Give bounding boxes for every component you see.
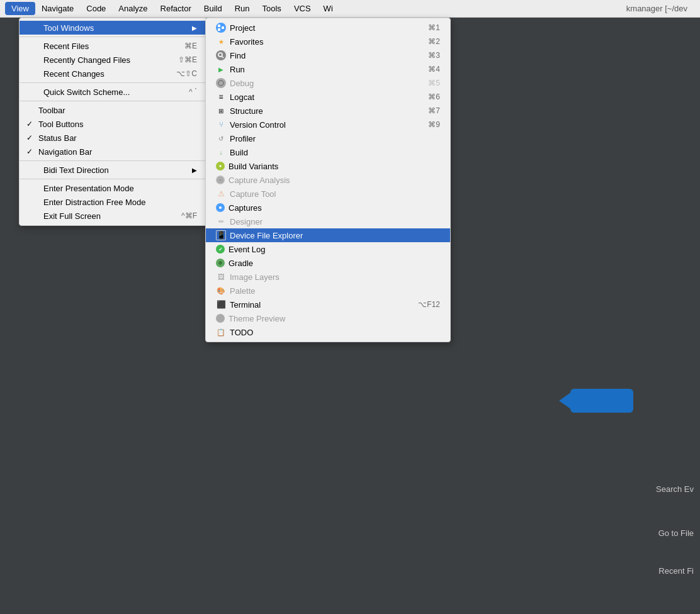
menu-item-structure[interactable]: ⊞ Structure ⌘7 [206,104,450,118]
capture-analysis-icon [216,176,225,184]
svg-point-5 [218,81,223,86]
menu-item-logcat[interactable]: ≡ Logcat ⌘6 [206,90,450,104]
ide-title: kmanager [~/dev [339,4,695,13]
profiler-icon: ↺ [216,133,226,143]
bidi-arrow: ▶ [192,167,197,174]
arrow-indicator [570,389,633,413]
svg-rect-1 [218,28,220,31]
submenu-arrow: ▶ [192,25,197,31]
run-icon: ▶ [216,64,226,74]
menu-item-gradle[interactable]: Gradle [206,256,450,270]
build-variants-icon [216,162,225,170]
separator-2 [20,82,207,83]
device-file-explorer-icon: 📱 [216,230,226,240]
menu-item-designer[interactable]: ✏ Designer [206,215,450,228]
menu-item-device-file-explorer[interactable]: 📱 Device File Explorer [206,228,450,242]
svg-point-14 [218,316,223,321]
designer-icon: ✏ [216,216,226,226]
menu-item-exit-fullscreen[interactable]: Exit Full Screen ^⌘F [20,209,207,223]
theme-preview-icon [216,314,225,323]
palette-icon: 🎨 [216,286,226,296]
separator-4 [20,160,207,161]
menubar-navigate[interactable]: Navigate [35,2,80,15]
menu-item-tool-windows-label: Tool Windows [43,23,94,33]
menu-item-terminal[interactable]: ⬛ Terminal ⌥F12 [206,298,450,311]
gradle-icon [216,259,225,267]
menu-item-debug[interactable]: Debug ⌘5 [206,76,450,90]
menubar-tools[interactable]: Tools [256,2,288,15]
svg-line-4 [222,57,224,59]
menu-item-tool-windows[interactable]: Tool Windows ▶ [20,21,207,35]
favorites-icon: ★ [216,36,226,47]
menubar-code[interactable]: Code [80,2,112,15]
menu-item-build[interactable]: ↓ Build [206,145,450,159]
separator-1 [20,36,207,37]
terminal-icon: ⬛ [216,299,226,310]
menu-item-project[interactable]: Project ⌘1 [206,21,450,35]
menu-item-navigation-bar[interactable]: ✓ Navigation Bar [20,145,207,159]
debug-icon [216,78,226,88]
view-menu-dropdown: Tool Windows ▶ Recent Files ⌘E Recently … [19,18,208,226]
vcs-icon: ⑂ [216,120,226,130]
menubar-analyze[interactable]: Analyze [112,2,154,15]
separator-5 [20,179,207,179]
logcat-icon: ≡ [216,92,226,102]
menu-item-favorites[interactable]: ★ Favorites ⌘2 [206,35,450,48]
capture-tool-icon: ⚠ [216,189,226,199]
menu-item-event-log[interactable]: ✓ Event Log [206,242,450,256]
menubar-run[interactable]: Run [229,2,256,15]
build-icon: ↓ [216,147,226,157]
event-log-icon: ✓ [216,245,225,254]
menu-item-capture-analysis[interactable]: Capture Analysis [206,173,450,187]
svg-text:✓: ✓ [218,247,223,252]
svg-rect-0 [218,25,220,27]
separator-3 [20,101,207,101]
project-icon [216,23,226,33]
find-icon [216,50,226,60]
menubar-vcs[interactable]: VCS [288,2,317,15]
menu-item-presentation-mode[interactable]: Enter Presentation Mode [20,181,207,195]
menu-item-todo[interactable]: 📋 TODO [206,325,450,339]
ide-hint-goto: Go to File [658,528,694,538]
menu-item-quick-switch[interactable]: Quick Switch Scheme... ^ ` [20,85,207,99]
menu-item-run[interactable]: ▶ Run ⌘4 [206,62,450,76]
menubar: View Navigate Code Analyze Refactor Buil… [0,0,700,18]
svg-point-10 [219,206,222,209]
menu-item-captures[interactable]: Captures [206,201,450,215]
menu-item-distraction-free[interactable]: Enter Distraction Free Mode [20,195,207,209]
structure-icon: ⊞ [216,106,226,116]
menu-item-bidi-text[interactable]: Bidi Text Direction ▶ [20,163,207,177]
menu-item-palette[interactable]: 🎨 Palette [206,284,450,298]
menu-item-status-bar[interactable]: ✓ Status Bar [20,131,207,145]
ide-hint-search: Search Ev [656,484,694,494]
menu-item-capture-tool[interactable]: ⚠ Capture Tool [206,187,450,201]
image-layers-icon: 🖼 [216,272,226,282]
svg-rect-2 [222,26,224,29]
menubar-build[interactable]: Build [198,2,229,15]
menubar-refactor[interactable]: Refactor [154,2,198,15]
menu-item-recent-changes[interactable]: Recent Changes ⌥⇧C [20,67,207,81]
menu-item-profiler[interactable]: ↺ Profiler [206,131,450,145]
menu-item-find[interactable]: Find ⌘3 [206,48,450,62]
menu-item-theme-preview[interactable]: Theme Preview [206,311,450,325]
menu-item-recently-changed[interactable]: Recently Changed Files ⇧⌘E [20,53,207,67]
toolwindows-submenu: Project ⌘1 ★ Favorites ⌘2 Find ⌘3 ▶ Run … [205,18,451,342]
svg-point-8 [219,179,222,181]
menu-item-toolbar[interactable]: Toolbar [20,103,207,117]
ide-hint-recent: Recent Fi [658,566,694,576]
menu-item-image-layers[interactable]: 🖼 Image Layers [206,270,450,284]
menu-item-version-control[interactable]: ⑂ Version Control ⌘9 [206,118,450,131]
todo-icon: 📋 [216,327,226,337]
menu-item-recent-files[interactable]: Recent Files ⌘E [20,39,207,53]
menu-item-build-variants[interactable]: Build Variants [206,159,450,173]
svg-point-3 [218,53,222,57]
menubar-wi[interactable]: Wi [317,2,339,15]
menubar-view[interactable]: View [5,2,35,15]
captures-icon [216,203,225,212]
menu-item-tool-buttons[interactable]: ✓ Tool Buttons [20,117,207,131]
